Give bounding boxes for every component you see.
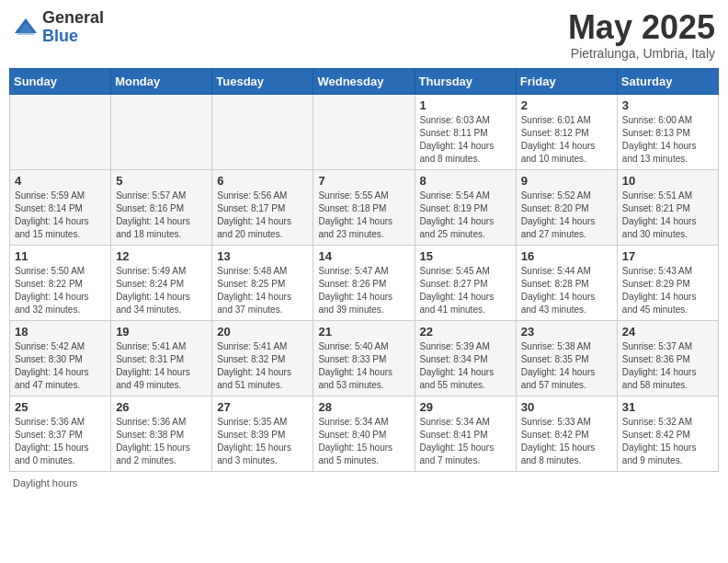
day-info: Sunrise: 5:33 AM Sunset: 8:42 PM Dayligh… <box>521 416 612 467</box>
day-info: Sunrise: 5:57 AM Sunset: 8:16 PM Dayligh… <box>116 190 207 241</box>
day-number: 3 <box>622 98 713 112</box>
day-number: 24 <box>622 325 713 339</box>
calendar-day-cell: 3Sunrise: 6:00 AM Sunset: 8:13 PM Daylig… <box>617 94 718 169</box>
calendar-day-cell: 17Sunrise: 5:43 AM Sunset: 8:29 PM Dayli… <box>617 245 718 320</box>
day-number: 10 <box>622 174 713 188</box>
calendar-table: SundayMondayTuesdayWednesdayThursdayFrid… <box>9 68 719 472</box>
calendar-day-cell <box>10 94 111 169</box>
calendar-week-row: 4Sunrise: 5:59 AM Sunset: 8:14 PM Daylig… <box>10 169 719 245</box>
calendar-day-cell <box>212 94 313 169</box>
calendar-day-cell: 1Sunrise: 6:03 AM Sunset: 8:11 PM Daylig… <box>415 94 516 169</box>
calendar-day-cell: 29Sunrise: 5:34 AM Sunset: 8:41 PM Dayli… <box>415 396 516 471</box>
day-number: 2 <box>521 98 612 112</box>
day-number: 19 <box>116 325 207 339</box>
day-info: Sunrise: 5:38 AM Sunset: 8:35 PM Dayligh… <box>521 340 612 392</box>
day-info: Sunrise: 5:35 AM Sunset: 8:39 PM Dayligh… <box>217 416 308 467</box>
month-title: May 2025 <box>568 9 715 46</box>
calendar-week-row: 25Sunrise: 5:36 AM Sunset: 8:37 PM Dayli… <box>10 396 719 471</box>
day-number: 22 <box>420 325 511 339</box>
calendar-day-cell: 7Sunrise: 5:55 AM Sunset: 8:18 PM Daylig… <box>313 169 415 245</box>
day-number: 6 <box>217 174 308 188</box>
calendar-day-cell: 12Sunrise: 5:49 AM Sunset: 8:24 PM Dayli… <box>111 245 212 320</box>
day-number: 20 <box>217 325 308 339</box>
calendar-day-cell: 22Sunrise: 5:39 AM Sunset: 8:34 PM Dayli… <box>415 320 516 396</box>
day-number: 17 <box>622 249 713 263</box>
day-number: 4 <box>15 174 106 188</box>
day-number: 16 <box>521 249 612 263</box>
calendar-day-cell: 30Sunrise: 5:33 AM Sunset: 8:42 PM Dayli… <box>516 396 617 471</box>
calendar-day-cell: 23Sunrise: 5:38 AM Sunset: 8:35 PM Dayli… <box>516 320 617 396</box>
day-number: 14 <box>318 249 409 263</box>
calendar-day-cell: 15Sunrise: 5:45 AM Sunset: 8:27 PM Dayli… <box>415 245 516 320</box>
day-info: Sunrise: 6:03 AM Sunset: 8:11 PM Dayligh… <box>420 114 511 166</box>
calendar-day-cell: 16Sunrise: 5:44 AM Sunset: 8:28 PM Dayli… <box>516 245 617 320</box>
day-number: 8 <box>420 174 511 188</box>
calendar-day-cell: 19Sunrise: 5:41 AM Sunset: 8:31 PM Dayli… <box>111 320 212 396</box>
day-number: 13 <box>217 249 308 263</box>
day-number: 26 <box>116 400 207 414</box>
calendar-day-cell: 28Sunrise: 5:34 AM Sunset: 8:40 PM Dayli… <box>313 396 415 471</box>
day-number: 12 <box>116 249 207 263</box>
day-info: Sunrise: 5:48 AM Sunset: 8:25 PM Dayligh… <box>217 265 308 316</box>
day-number: 29 <box>420 400 511 414</box>
day-info: Sunrise: 5:34 AM Sunset: 8:41 PM Dayligh… <box>420 416 511 467</box>
calendar-day-cell: 21Sunrise: 5:40 AM Sunset: 8:33 PM Dayli… <box>313 320 415 396</box>
calendar-header-wednesday: Wednesday <box>313 68 415 94</box>
calendar-day-cell: 11Sunrise: 5:50 AM Sunset: 8:22 PM Dayli… <box>10 245 111 320</box>
calendar-day-cell: 6Sunrise: 5:56 AM Sunset: 8:17 PM Daylig… <box>212 169 313 245</box>
day-info: Sunrise: 5:52 AM Sunset: 8:20 PM Dayligh… <box>521 190 612 241</box>
day-info: Sunrise: 5:41 AM Sunset: 8:31 PM Dayligh… <box>116 340 207 392</box>
calendar-day-cell: 26Sunrise: 5:36 AM Sunset: 8:38 PM Dayli… <box>111 396 212 471</box>
day-number: 27 <box>217 400 308 414</box>
day-info: Sunrise: 5:37 AM Sunset: 8:36 PM Dayligh… <box>622 340 713 392</box>
calendar-header-friday: Friday <box>516 68 617 94</box>
day-info: Sunrise: 5:32 AM Sunset: 8:42 PM Dayligh… <box>622 416 713 467</box>
day-info: Sunrise: 6:01 AM Sunset: 8:12 PM Dayligh… <box>521 114 612 166</box>
day-number: 30 <box>521 400 612 414</box>
day-info: Sunrise: 5:47 AM Sunset: 8:26 PM Dayligh… <box>318 265 409 316</box>
logo-blue-text: Blue <box>42 28 104 46</box>
day-number: 18 <box>15 325 106 339</box>
header: General Blue May 2025 Pietralunga, Umbri… <box>9 9 719 61</box>
day-info: Sunrise: 5:59 AM Sunset: 8:14 PM Dayligh… <box>15 190 106 241</box>
logo-icon <box>13 15 39 40</box>
calendar-day-cell <box>111 94 212 169</box>
day-number: 9 <box>521 174 612 188</box>
location-subtitle: Pietralunga, Umbria, Italy <box>568 46 715 61</box>
calendar-day-cell <box>313 94 415 169</box>
calendar-header-saturday: Saturday <box>617 68 718 94</box>
logo: General Blue <box>13 9 104 46</box>
day-number: 31 <box>622 400 713 414</box>
calendar-week-row: 18Sunrise: 5:42 AM Sunset: 8:30 PM Dayli… <box>10 320 719 396</box>
calendar-week-row: 11Sunrise: 5:50 AM Sunset: 8:22 PM Dayli… <box>10 245 719 320</box>
calendar-week-row: 1Sunrise: 6:03 AM Sunset: 8:11 PM Daylig… <box>10 94 719 169</box>
day-number: 15 <box>420 249 511 263</box>
calendar-day-cell: 18Sunrise: 5:42 AM Sunset: 8:30 PM Dayli… <box>10 320 111 396</box>
calendar-day-cell: 24Sunrise: 5:37 AM Sunset: 8:36 PM Dayli… <box>617 320 718 396</box>
day-number: 1 <box>420 98 511 112</box>
day-number: 28 <box>318 400 409 414</box>
day-info: Sunrise: 5:41 AM Sunset: 8:32 PM Dayligh… <box>217 340 308 392</box>
calendar-day-cell: 10Sunrise: 5:51 AM Sunset: 8:21 PM Dayli… <box>617 169 718 245</box>
calendar-header-tuesday: Tuesday <box>212 68 313 94</box>
day-info: Sunrise: 5:34 AM Sunset: 8:40 PM Dayligh… <box>318 416 409 467</box>
calendar-header-thursday: Thursday <box>415 68 516 94</box>
footer-note: Daylight hours <box>9 477 719 488</box>
day-info: Sunrise: 6:00 AM Sunset: 8:13 PM Dayligh… <box>622 114 713 166</box>
calendar-day-cell: 20Sunrise: 5:41 AM Sunset: 8:32 PM Dayli… <box>212 320 313 396</box>
calendar-day-cell: 5Sunrise: 5:57 AM Sunset: 8:16 PM Daylig… <box>111 169 212 245</box>
calendar-day-cell: 13Sunrise: 5:48 AM Sunset: 8:25 PM Dayli… <box>212 245 313 320</box>
calendar-day-cell: 8Sunrise: 5:54 AM Sunset: 8:19 PM Daylig… <box>415 169 516 245</box>
logo-general-text: General <box>42 9 104 28</box>
day-number: 11 <box>15 249 106 263</box>
logo-text: General Blue <box>42 9 104 46</box>
calendar-day-cell: 31Sunrise: 5:32 AM Sunset: 8:42 PM Dayli… <box>617 396 718 471</box>
calendar-day-cell: 27Sunrise: 5:35 AM Sunset: 8:39 PM Dayli… <box>212 396 313 471</box>
day-info: Sunrise: 5:36 AM Sunset: 8:37 PM Dayligh… <box>15 416 106 467</box>
calendar-day-cell: 14Sunrise: 5:47 AM Sunset: 8:26 PM Dayli… <box>313 245 415 320</box>
day-info: Sunrise: 5:42 AM Sunset: 8:30 PM Dayligh… <box>15 340 106 392</box>
day-info: Sunrise: 5:51 AM Sunset: 8:21 PM Dayligh… <box>622 190 713 241</box>
day-number: 7 <box>318 174 409 188</box>
calendar-day-cell: 4Sunrise: 5:59 AM Sunset: 8:14 PM Daylig… <box>10 169 111 245</box>
calendar-day-cell: 9Sunrise: 5:52 AM Sunset: 8:20 PM Daylig… <box>516 169 617 245</box>
